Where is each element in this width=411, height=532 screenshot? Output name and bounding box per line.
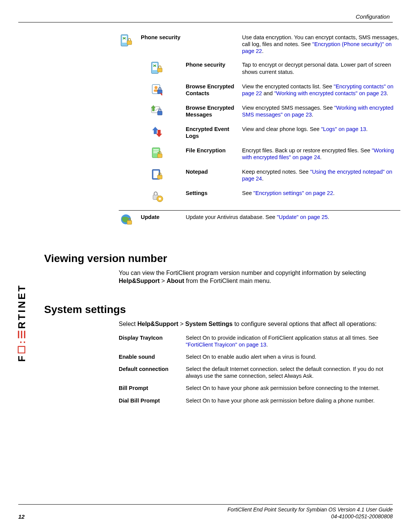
svg-rect-19 <box>158 175 162 179</box>
xref-encryption-settings[interactable]: "Encryption settings" on page 22 <box>253 190 333 196</box>
svg-rect-9 <box>158 90 162 94</box>
svg-rect-4 <box>153 63 157 70</box>
svg-rect-16 <box>158 154 162 158</box>
update-icon <box>120 214 133 227</box>
xref-working-encrypted-contacts[interactable]: "Working with encrypted contacts" on pag… <box>274 90 387 96</box>
sub-browse-contacts-desc: View the encrypted contacts list. See "E… <box>241 82 400 104</box>
settings-icon <box>151 190 164 203</box>
svg-rect-14 <box>153 151 159 152</box>
heading-viewing-version: Viewing version number <box>44 252 393 265</box>
header-section-label: Configuration <box>18 13 393 22</box>
svg-point-22 <box>159 198 161 200</box>
setting-bill-prompt-label: Bill Prompt <box>119 383 186 395</box>
page-number: 12 <box>18 513 25 520</box>
update-desc: Update your Antivirus database. See "Upd… <box>184 211 400 235</box>
sub-phone-security-desc: Tap to encrypt or decrypt personal data.… <box>241 61 400 82</box>
setting-display-trayicon-desc: Select On to provide indication of Forti… <box>186 333 400 352</box>
svg-rect-5 <box>158 68 162 72</box>
system-settings-body: Select Help&Support > System Settings to… <box>119 320 393 328</box>
svg-rect-11 <box>158 111 162 115</box>
sub-file-encryption-desc: Encrypt files. Back up or restore encryp… <box>241 146 400 168</box>
footer-doc-number: 04-41000-0251-20080808 <box>228 513 393 520</box>
fortinet-logo: F☐:☰RTINET <box>16 284 28 362</box>
setting-dial-bill-prompt-label: Dial Bill Prompt <box>119 396 186 408</box>
sub-phone-security-label: Phone security <box>184 61 241 82</box>
setting-bill-prompt-desc: Select On to have your phone ask permiss… <box>186 383 400 395</box>
heading-system-settings: System settings <box>44 304 393 316</box>
sub-browse-messages-label: Browse Encrypted Messages <box>184 104 241 125</box>
setting-dial-bill-prompt-desc: Select On to have your phone ask permiss… <box>186 396 400 408</box>
browse-messages-icon <box>151 104 164 117</box>
browse-contacts-icon <box>151 83 164 96</box>
svg-rect-1 <box>122 36 127 43</box>
setting-default-connection-label: Default connection <box>119 364 186 383</box>
sub-notepad-label: Notepad <box>184 168 241 189</box>
svg-rect-13 <box>153 149 159 150</box>
file-encryption-icon <box>151 147 164 160</box>
sub-browse-messages-desc: View encrypted SMS messages. See "Workin… <box>241 104 400 125</box>
notepad-icon <box>151 168 164 181</box>
system-settings-table: Display TrayIcon Select On to provide in… <box>119 333 400 408</box>
xref-update[interactable]: "Update" on page 25 <box>277 214 328 220</box>
phone-security-sub-icon <box>151 61 164 74</box>
xref-forticlient-trayicon[interactable]: "FortiClient Trayicon" on page 13 <box>186 342 266 348</box>
svg-rect-24 <box>127 220 132 224</box>
sub-browse-contacts-label: Browse Encrypted Contacts <box>184 82 241 104</box>
setting-enable-sound-desc: Select On to enable audio alert when a v… <box>186 352 400 364</box>
update-label: Update <box>139 211 184 235</box>
phone-security-feature-table: Phone security Use data encryption. You … <box>119 33 400 234</box>
sub-settings-desc: See "Encryption settings" on page 22. <box>241 189 400 211</box>
sub-event-logs-label: Encrypted Event Logs <box>184 125 241 146</box>
sub-file-encryption-label: File Encryption <box>184 146 241 168</box>
sub-notepad-desc: Keep encrypted notes. See "Using the enc… <box>241 168 400 189</box>
setting-enable-sound-label: Enable sound <box>119 352 186 364</box>
phone-security-label: Phone security <box>139 33 241 61</box>
svg-rect-2 <box>127 41 132 45</box>
setting-display-trayicon-label: Display TrayIcon <box>119 333 186 352</box>
phone-security-icon <box>120 34 133 47</box>
setting-default-connection-desc: Select the default Internet connection. … <box>186 364 400 383</box>
xref-logs[interactable]: "Logs" on page 13 <box>321 126 366 132</box>
event-logs-icon <box>151 126 164 139</box>
phone-security-desc: Use data encryption. You can encrypt con… <box>241 33 400 61</box>
page-footer: 12 FortiClient End Point Security for Sy… <box>18 504 393 520</box>
viewing-version-body: You can view the FortiClient program ver… <box>119 269 393 285</box>
svg-rect-15 <box>153 152 157 153</box>
sub-settings-label: Settings <box>184 189 241 211</box>
svg-point-7 <box>155 86 158 89</box>
sub-event-logs-desc: View and clear phone logs. See "Logs" on… <box>241 125 400 146</box>
footer-doc-title: FortiClient End Point Security for Symbi… <box>228 506 393 513</box>
